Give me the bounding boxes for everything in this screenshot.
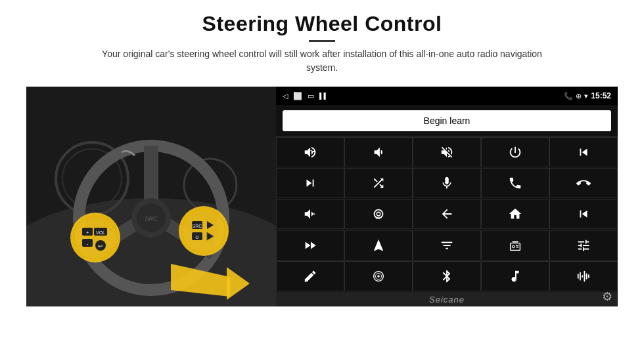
- svg-text:SRC: SRC: [145, 215, 158, 222]
- clock: 15:52: [591, 91, 611, 100]
- page-wrapper: Steering Wheel Control Your original car…: [0, 0, 644, 357]
- svg-text:↩: ↩: [98, 243, 103, 249]
- gear-icon[interactable]: ⚙: [602, 289, 612, 304]
- svg-text:VOL: VOL: [96, 230, 105, 235]
- back-button[interactable]: [413, 199, 481, 229]
- svg-rect-47: [578, 274, 579, 278]
- status-left: ◁ ⬜ ▭ ▌▌: [283, 92, 328, 100]
- back-nav-icon[interactable]: ◁: [283, 92, 288, 100]
- svg-text:SRC: SRC: [193, 224, 202, 228]
- radio-button[interactable]: [481, 230, 549, 261]
- recent-nav-icon[interactable]: ▭: [308, 92, 314, 100]
- control-panel: ◁ ⬜ ▭ ▌▌ 📞 ⊕ ▾ 15:52 Begin learn: [276, 87, 618, 306]
- music-button[interactable]: [481, 261, 549, 291]
- svg-rect-42: [512, 241, 518, 242]
- svg-rect-41: [516, 246, 519, 247]
- svg-rect-48: [580, 272, 581, 280]
- screen-button[interactable]: [344, 261, 413, 291]
- seicane-bar: Seicane ⚙: [276, 292, 618, 306]
- equalizer-button[interactable]: [413, 230, 481, 261]
- settings-eq-button[interactable]: [549, 230, 618, 261]
- svg-text:⊙: ⊙: [195, 235, 199, 240]
- content-row: + - VOL ↩ SRC ⊙: [26, 87, 618, 306]
- waveform-button[interactable]: [549, 261, 618, 291]
- horn-button[interactable]: [276, 199, 344, 229]
- svg-point-36: [377, 213, 380, 217]
- svg-point-39: [512, 245, 515, 248]
- camera-360-button[interactable]: 360°: [344, 199, 413, 229]
- svg-point-21: [179, 206, 229, 256]
- subtitle: Your original car's steering wheel contr…: [85, 47, 559, 75]
- svg-point-46: [515, 280, 517, 282]
- svg-rect-49: [582, 275, 583, 278]
- begin-learn-button[interactable]: Begin learn: [283, 110, 611, 131]
- mute-button[interactable]: [413, 137, 481, 167]
- svg-point-35: [313, 213, 315, 216]
- svg-rect-50: [584, 271, 585, 282]
- phone-button[interactable]: [481, 168, 549, 198]
- signal-bars: ▌▌: [319, 93, 328, 99]
- power-button[interactable]: [481, 137, 549, 167]
- steering-wheel-image: + - VOL ↩ SRC ⊙: [26, 87, 276, 306]
- status-right: 📞 ⊕ ▾ 15:52: [564, 91, 611, 100]
- wifi-status-icon: ▾: [584, 92, 588, 100]
- mic-button[interactable]: [413, 168, 481, 198]
- svg-rect-51: [586, 273, 587, 279]
- home-button[interactable]: [481, 199, 549, 229]
- vol-up-button[interactable]: +: [276, 137, 344, 167]
- home-nav-icon[interactable]: ⬜: [293, 92, 302, 100]
- hang-up-button[interactable]: [549, 168, 618, 198]
- pen-button[interactable]: [276, 261, 344, 291]
- svg-rect-52: [588, 274, 589, 278]
- fast-forward-button[interactable]: [276, 230, 344, 261]
- page-title: Steering Wheel Control: [85, 12, 559, 36]
- vol-down-button[interactable]: [344, 137, 413, 167]
- status-bar: ◁ ⬜ ▭ ▌▌ 📞 ⊕ ▾ 15:52: [276, 87, 618, 105]
- title-divider: [309, 40, 335, 42]
- svg-text:+: +: [309, 148, 311, 154]
- navigation-button[interactable]: [344, 230, 413, 261]
- skip-back-button[interactable]: [549, 199, 618, 229]
- bluetooth-button[interactable]: [413, 261, 481, 291]
- next-single-button[interactable]: [276, 168, 344, 198]
- begin-learn-row: Begin learn: [276, 105, 618, 136]
- seicane-brand: Seicane: [429, 295, 465, 304]
- shuffle-button[interactable]: [344, 168, 413, 198]
- svg-rect-40: [516, 245, 519, 245]
- title-section: Steering Wheel Control Your original car…: [85, 12, 559, 83]
- location-status-icon: ⊕: [576, 92, 582, 100]
- svg-text:-: -: [87, 241, 89, 247]
- icon-grid: +: [276, 136, 618, 292]
- svg-point-11: [70, 213, 120, 262]
- svg-text:+: +: [86, 230, 89, 236]
- svg-text:360°: 360°: [375, 217, 382, 220]
- prev-track-button[interactable]: [549, 137, 618, 167]
- svg-point-44: [377, 275, 380, 278]
- phone-status-icon: 📞: [564, 92, 573, 100]
